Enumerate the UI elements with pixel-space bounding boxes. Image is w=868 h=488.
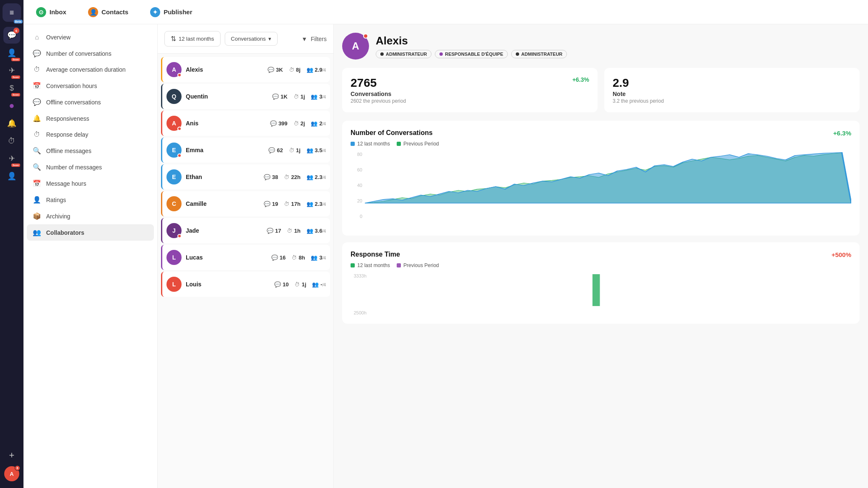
sidebar-label-duration: Average conversation duration: [46, 66, 126, 73]
rat-icon-et: 👥: [307, 174, 313, 180]
sidebar-item-offline-conversations[interactable]: 💬 Offline conversations: [27, 94, 154, 110]
louis-rating-value: -/4: [320, 281, 326, 288]
bell-nav-icon[interactable]: 🔔: [3, 115, 20, 132]
msg-icon-q: 💬: [272, 93, 279, 100]
agent-row-emma[interactable]: E Emma 💬 62 ⏱ 1j 👥: [161, 138, 330, 163]
add-button[interactable]: +: [3, 447, 20, 464]
agent-row-louis[interactable]: L Louis 💬 10 ⏱ 1j 👥 -/4: [161, 272, 330, 297]
sidebar-label-message-hours: Message hours: [46, 180, 86, 187]
sidebar-item-message-hours[interactable]: 📅 Message hours: [27, 175, 154, 192]
sidebar-label-archiving: Archiving: [46, 213, 70, 220]
anis-messages-stat: 💬 399: [270, 120, 288, 127]
middle-header: ⇅ 12 last months Conversations ▾ ▼ Filte…: [158, 24, 333, 54]
user-avatar-bottom[interactable]: A 6: [4, 466, 19, 481]
send-nav-icon[interactable]: ✈ Soon: [3, 62, 20, 79]
paper-nav-icon[interactable]: ✈ Soon: [3, 150, 20, 167]
stats-row: +6.3% 2765 Conversations 2602 the previo…: [342, 68, 860, 112]
main-container: ⊙ Inbox 👤 Contacts ✦ Publisher ⌂ Overvie…: [23, 0, 868, 488]
top-nav: ⊙ Inbox 👤 Contacts ✦ Publisher: [23, 0, 868, 24]
clock-nav-icon[interactable]: ⏱: [3, 132, 20, 149]
nav-publisher[interactable]: ✦ Publisher: [146, 5, 196, 20]
emma-messages-stat: 💬 62: [268, 147, 283, 153]
ethan-messages-stat: 💬 38: [264, 174, 278, 180]
sidebar-item-response-delay[interactable]: ⏱ Response delay: [27, 127, 154, 143]
alexis-messages-value: 3K: [276, 67, 283, 73]
legend-dot-rt-current: [351, 263, 355, 267]
sidebar-label-conversations: Number of conversations: [46, 50, 112, 57]
category-filter-button[interactable]: Conversations ▾: [225, 32, 278, 46]
sidebar-item-overview[interactable]: ⌂ Overview: [27, 29, 154, 45]
rating-icon: 👥: [307, 67, 313, 73]
lucas-messages-stat: 💬 16: [271, 254, 286, 261]
sidebar-item-archiving[interactable]: 📦 Archiving: [27, 208, 154, 224]
jade-duration-value: 1h: [294, 228, 300, 234]
circle-nav-icon[interactable]: ●: [3, 97, 20, 114]
ethan-messages-value: 38: [272, 174, 278, 180]
alexis-rating-value: 2.9/4: [315, 67, 326, 73]
conversations-chart-change: +6.3%: [833, 130, 851, 137]
conversations-label: Conversations: [351, 91, 589, 97]
app-logo[interactable]: ≡ Beta: [3, 3, 21, 22]
sidebar-item-collaborators[interactable]: 👥 Collaborators: [27, 224, 154, 241]
role-dot-admin1: [380, 52, 384, 56]
sidebar-item-number-of-conversations[interactable]: 💬 Number of conversations: [27, 45, 154, 62]
legend-dot-previous: [397, 142, 401, 146]
agent-avatar-ethan: E: [166, 169, 182, 184]
agent-row-alexis[interactable]: A Alexis 💬 3K ⏱ 8j: [161, 57, 330, 82]
dollar-nav-icon[interactable]: $ Soon: [3, 80, 20, 96]
contacts-nav-icon[interactable]: 👤 Soon: [3, 44, 20, 61]
agent-row-lucas[interactable]: L Lucas 💬 16 ⏱ 8h 👥 3/4: [161, 245, 330, 270]
jade-rating-stat: 👥 3.6/4: [307, 228, 326, 234]
agent-row-camille[interactable]: C Camille 💬 19 ⏱ 17h 👥 2.3/4: [161, 191, 330, 216]
dollar-soon-badge: Soon: [11, 93, 20, 96]
period-filter-button[interactable]: ⇅ 12 last months: [164, 31, 221, 47]
icon-bar: ≡ Beta 💬 6 👤 Soon ✈ Soon $ Soon ● 🔔 ⏱ ✈: [0, 0, 23, 488]
sidebar-item-ratings[interactable]: 👤 Ratings: [27, 192, 154, 208]
paper-soon-badge: Soon: [11, 164, 20, 167]
lucas-duration-stat: ⏱ 8h: [291, 254, 305, 261]
online-indicator-anis: [177, 127, 182, 131]
agent-avatar-emma: E: [166, 143, 182, 158]
sidebar-item-number-of-messages[interactable]: 🔍 Number of messages: [27, 159, 154, 175]
agent-row-quentin[interactable]: Q Quentin 💬 1K ⏱ 1j 👥 3/4: [161, 84, 330, 109]
anis-duration-stat: ⏱ 2j: [294, 120, 305, 127]
nav-inbox[interactable]: ⊙ Inbox: [32, 5, 70, 20]
quentin-duration-stat: ⏱ 1j: [294, 93, 305, 100]
response-time-chart-section: Response Time +500% 12 last months Previ…: [342, 242, 860, 324]
sidebar-label-num-messages: Number of messages: [46, 164, 102, 171]
rat-icon-lo: 👥: [312, 281, 319, 288]
role-badge-team: RESPONSABLE D'ÉQUIPE: [435, 50, 508, 58]
nav-publisher-label: Publisher: [164, 8, 192, 16]
nav-contacts[interactable]: 👤 Contacts: [84, 5, 133, 20]
sidebar-item-average-duration[interactable]: ⏱ Average conversation duration: [27, 62, 154, 78]
conversations-chart-title: Number of Conversations: [351, 129, 433, 137]
agent-avatar-camille: C: [166, 196, 182, 211]
sidebar-item-responsiveness[interactable]: 🔔 Responsiveness: [27, 110, 154, 127]
category-filter-chevron: ▾: [268, 36, 271, 42]
chat-nav-icon[interactable]: 💬 6: [3, 27, 20, 44]
conversations-chart-section: Number of Conversations +6.3% 12 last mo…: [342, 121, 860, 236]
filters-right-button[interactable]: ▼ Filters: [301, 36, 327, 42]
right-panel: A Alexis ADMINISTRATEUR RESPONSABLE D'ÉQ…: [334, 24, 868, 488]
emma-rating-value: 3.5/4: [315, 147, 326, 153]
agent-row-jade[interactable]: J Jade 💬 17 ⏱ 1h 👥: [161, 218, 330, 243]
sidebar-item-offline-messages[interactable]: 🔍 Offline messages: [27, 143, 154, 159]
legend-dot-rt-previous: [397, 263, 401, 267]
rat-icon-em: 👥: [307, 147, 313, 153]
profile-online-dot: [363, 34, 368, 39]
ethan-rating-stat: 👥 2.3/4: [307, 174, 326, 180]
note-sub: 3.2 the previous period: [613, 98, 851, 104]
louis-duration-stat: ⏱ 1j: [294, 281, 306, 288]
role-label-team: RESPONSABLE D'ÉQUIPE: [445, 52, 503, 57]
agent-row-anis[interactable]: A Anis 💬 399 ⏱ 2j �: [161, 111, 330, 136]
dur-icon-lo: ⏱: [294, 281, 300, 288]
agent-row-ethan[interactable]: E Ethan 💬 38 ⏱ 22h 👥 2.3/4: [161, 164, 330, 189]
send-soon-badge: Soon: [11, 75, 20, 79]
sidebar-label-collaborators: Collaborators: [46, 229, 84, 236]
sidebar-item-conversation-hours[interactable]: 📅 Conversation hours: [27, 78, 154, 94]
person-nav-icon[interactable]: 👤: [3, 168, 20, 184]
note-label: Note: [613, 91, 851, 97]
message-hours-icon: 📅: [33, 179, 41, 187]
agent-name-ethan: Ethan: [186, 174, 215, 180]
legend-label-previous: Previous Period: [403, 141, 439, 147]
